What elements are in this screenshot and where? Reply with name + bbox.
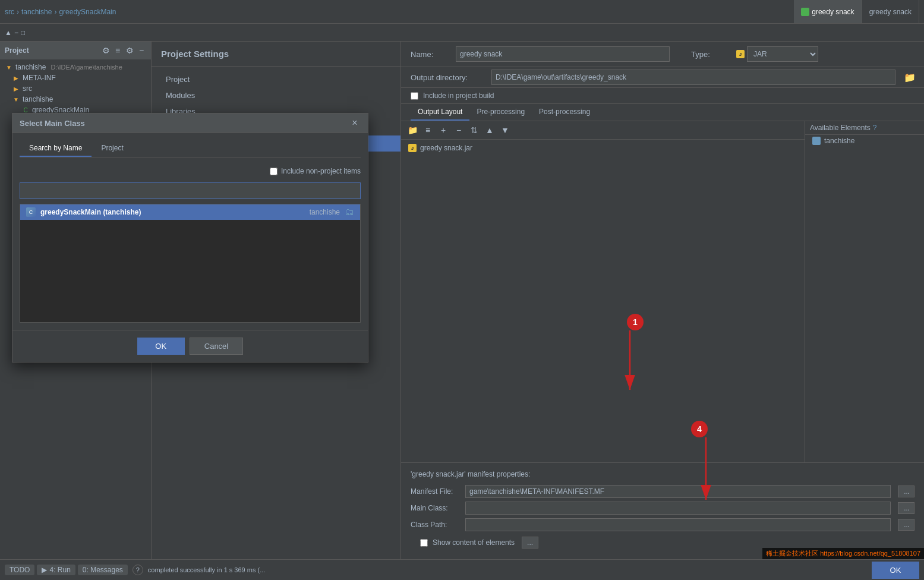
include-non-project-checkbox[interactable]: [270, 168, 277, 175]
output-dir-row: Output directory: 📁: [401, 67, 924, 88]
artifact-toolbar-icons: 📁 ≡ + − ⇅ ▲ ▼: [401, 121, 805, 140]
nav-item-modules[interactable]: Modules: [152, 87, 400, 103]
result-module-icon: 🗂: [345, 207, 354, 218]
top-bar: src › tanchishe › greedySnackMain greedy…: [0, 0, 924, 24]
settings-header: Project Settings: [152, 42, 400, 67]
dialog-buttons: OK Cancel: [12, 330, 368, 362]
tab-postprocessing[interactable]: Post-processing: [532, 104, 597, 121]
tab-icon-1: [801, 8, 809, 16]
result-item-greedy[interactable]: C greedySnackMain (tanchishe) tanchishe …: [20, 204, 360, 220]
breadcrumb-src[interactable]: src: [5, 8, 14, 16]
folder-icon-tanchishe: ▼: [5, 63, 13, 71]
breadcrumb-tanchishe[interactable]: tanchishe: [21, 8, 52, 16]
help-icon: ?: [873, 124, 877, 132]
bottom-tab-messages[interactable]: 0: Messages: [78, 565, 128, 575]
dialog-ok-btn[interactable]: OK: [137, 338, 185, 355]
tool-add-icon[interactable]: +: [437, 124, 450, 137]
available-elements-header: Available Elements ?: [805, 121, 924, 135]
dialog-cancel-btn[interactable]: Cancel: [190, 338, 243, 355]
show-content-checkbox[interactable]: [420, 539, 428, 547]
dialog-title: Select Main Class: [20, 119, 85, 128]
class-path-input[interactable]: [465, 518, 891, 531]
folder-icon-meta: ▶: [12, 74, 20, 82]
class-path-browse[interactable]: ...: [898, 519, 914, 531]
bottom-tab-run[interactable]: ▶ 4: Run: [37, 565, 75, 575]
tree-item-src[interactable]: ▶ src: [0, 83, 151, 94]
dialog-content: Search by Name Project Include non-proje…: [12, 133, 368, 330]
annotation-1: 1: [627, 314, 644, 330]
dialog-close-btn[interactable]: ×: [349, 117, 361, 129]
include-build-checkbox[interactable]: [411, 92, 418, 100]
available-elements-label: Available Elements: [810, 124, 871, 132]
type-select[interactable]: JAR: [747, 46, 818, 62]
result-module: tanchishe: [310, 208, 340, 216]
sidebar-title: Project: [5, 46, 29, 55]
manifest-section: 'greedy snack.jar' manifest properties: …: [401, 462, 924, 559]
dialog-tabs: Search by Name Project: [20, 140, 361, 157]
show-content-btn[interactable]: ...: [522, 537, 538, 549]
manifest-file-row: Manifest File: ...: [411, 483, 914, 500]
show-content-label: Show content of elements: [433, 538, 515, 547]
tool-list-icon[interactable]: ≡: [421, 124, 434, 137]
class-path-label: Class Path:: [411, 521, 458, 529]
folder-icon-tanchishe-sub: ▼: [12, 95, 20, 103]
secondary-tab-bar: ▲ − □: [0, 24, 924, 42]
sidebar-filter-icon[interactable]: ≡: [113, 46, 122, 55]
dialog-titlebar: Select Main Class ×: [12, 114, 368, 133]
sidebar-cog-icon[interactable]: ⚙: [101, 46, 111, 55]
select-main-class-dialog: Select Main Class × Search by Name Proje…: [12, 113, 368, 363]
tree-item-tanchishe-sub[interactable]: ▼ tanchishe: [0, 94, 151, 105]
include-non-project-label: Include non-project items: [281, 167, 361, 175]
sidebar-header: Project ⚙ ≡ ⚙ −: [0, 42, 151, 59]
manifest-file-label: Manifest File:: [411, 487, 458, 496]
artifact-item-jar[interactable]: J greedy snack.jar: [401, 142, 805, 154]
artifact-panel: Name: Type: J JAR Output directory: 📁: [401, 42, 924, 559]
tab-preprocessing[interactable]: Pre-processing: [469, 104, 532, 121]
tree-item-tanchishe[interactable]: ▼ tanchishe D:\IDEA\game\tanchishe: [0, 62, 151, 72]
tab-greedy-snack-1[interactable]: greedy snack: [794, 0, 862, 23]
tool-sort-icon[interactable]: ⇅: [468, 124, 481, 137]
main-class-input[interactable]: [465, 502, 891, 515]
tool-folder-icon[interactable]: 📁: [406, 124, 419, 137]
status-text: completed successfully in 1 s 369 ms (..…: [148, 566, 265, 573]
tab-greedy-snack-2[interactable]: greedy snack: [862, 0, 919, 23]
output-dir-input[interactable]: [491, 70, 895, 85]
name-label: Name:: [411, 50, 446, 59]
dialog-tab-search[interactable]: Search by Name: [20, 140, 92, 157]
include-build-label: Include in project build: [423, 92, 494, 100]
tree-item-meta-inf[interactable]: ▶ META-INF: [0, 72, 151, 83]
artifact-name-row: Name: Type: J JAR: [401, 42, 924, 67]
bottom-tab-todo[interactable]: TODO: [5, 565, 34, 575]
nav-item-project[interactable]: Project: [152, 71, 400, 87]
browse-icon[interactable]: 📁: [905, 72, 914, 82]
jar-icon: J: [736, 50, 745, 58]
result-class-icon: C: [26, 207, 36, 217]
manifest-file-browse[interactable]: ...: [898, 486, 914, 497]
manifest-file-input[interactable]: [465, 485, 891, 498]
name-input[interactable]: [456, 46, 670, 62]
breadcrumb-class[interactable]: greedySnackMain: [59, 8, 116, 16]
sidebar-close-icon[interactable]: −: [137, 46, 146, 55]
annotation-4: 4: [691, 421, 708, 437]
main-class-row: Main Class: ...: [411, 500, 914, 516]
main-class-label: Main Class:: [411, 504, 458, 512]
breadcrumb: src › tanchishe › greedySnackMain: [5, 8, 116, 16]
dialog-search-input[interactable]: [20, 182, 361, 199]
bottom-ok-button[interactable]: OK: [872, 562, 919, 579]
main-class-browse[interactable]: ...: [898, 502, 914, 514]
status-bar: completed successfully in 1 s 369 ms (..…: [148, 566, 867, 573]
dialog-tab-project[interactable]: Project: [92, 140, 133, 157]
tool-remove-icon[interactable]: −: [452, 124, 465, 137]
include-build-row: Include in project build: [401, 88, 924, 104]
bottom-bar: TODO ▶ 4: Run 0: Messages ? completed su…: [0, 559, 924, 580]
help-btn[interactable]: ?: [133, 565, 143, 575]
sidebar-settings-icon[interactable]: ⚙: [125, 46, 134, 55]
tab-output-layout[interactable]: Output Layout: [411, 104, 469, 121]
available-item-tanchishe[interactable]: tanchishe: [805, 135, 924, 147]
tool-down-icon[interactable]: ▼: [499, 124, 512, 137]
artifact-content: 📁 ≡ + − ⇅ ▲ ▼ J greedy snack.jar: [401, 121, 924, 462]
tool-up-icon[interactable]: ▲: [483, 124, 496, 137]
sidebar-icons: ⚙ ≡ ⚙ −: [101, 46, 146, 55]
artifact-right: Available Elements ? tanchishe: [805, 121, 924, 462]
manifest-title: 'greedy snack.jar' manifest properties:: [411, 470, 914, 478]
